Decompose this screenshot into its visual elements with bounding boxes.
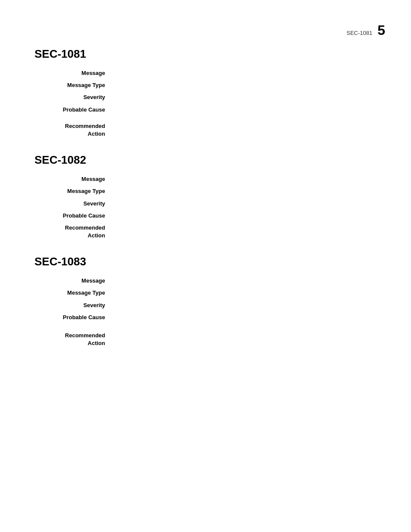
field-row-probablecause-1082: Probable Cause (34, 212, 377, 220)
field-label-message-1083: Message (34, 277, 112, 285)
field-row-severity-1081: Severity (34, 93, 377, 101)
field-label-message-1081: Message (34, 69, 112, 77)
field-row-message-1081: Message (34, 69, 377, 77)
section-title-sec-1081: SEC-1081 (34, 47, 377, 61)
page-header: SEC-1081 5 (346, 22, 385, 38)
field-label-recommendedaction-1081: RecommendedAction (34, 122, 112, 138)
field-row-messagetype-1081: Message Type (34, 81, 377, 89)
field-label-recommendedaction-1083: RecommendedAction (34, 332, 112, 347)
header-code: SEC-1081 (346, 30, 372, 36)
field-label-message-1082: Message (34, 175, 112, 183)
content: SEC-1081 Message Message Type Severity P… (0, 0, 411, 347)
field-row-recommendedaction-1083: RecommendedAction (34, 332, 377, 347)
field-row-messagetype-1083: Message Type (34, 289, 377, 297)
field-label-messagetype-1082: Message Type (34, 187, 112, 195)
field-row-recommendedaction-1081: RecommendedAction (34, 122, 377, 138)
field-label-probablecause-1082: Probable Cause (34, 212, 112, 220)
field-row-probablecause-1081: Probable Cause (34, 106, 377, 114)
field-row-message-1082: Message (34, 175, 377, 183)
field-row-severity-1082: Severity (34, 200, 377, 208)
section-title-sec-1083: SEC-1083 (34, 255, 377, 268)
field-label-probablecause-1081: Probable Cause (34, 106, 112, 114)
field-label-severity-1083: Severity (34, 302, 112, 309)
field-row-messagetype-1082: Message Type (34, 187, 377, 195)
field-label-severity-1082: Severity (34, 200, 112, 208)
field-label-probablecause-1083: Probable Cause (34, 314, 112, 321)
field-row-recommendedaction-1082: RecommendedAction (34, 224, 377, 240)
section-title-sec-1082: SEC-1082 (34, 153, 377, 167)
section-sec-1083: SEC-1083 Message Message Type Severity P… (34, 255, 377, 347)
field-label-messagetype-1081: Message Type (34, 81, 112, 89)
field-label-messagetype-1083: Message Type (34, 289, 112, 297)
field-row-message-1083: Message (34, 277, 377, 285)
section-sec-1082: SEC-1082 Message Message Type Severity P… (34, 153, 377, 240)
field-label-severity-1081: Severity (34, 93, 112, 101)
header-page-number: 5 (377, 22, 385, 38)
field-row-severity-1083: Severity (34, 302, 377, 309)
field-label-recommendedaction-1082: RecommendedAction (34, 224, 112, 240)
section-sec-1081: SEC-1081 Message Message Type Severity P… (34, 47, 377, 138)
field-row-probablecause-1083: Probable Cause (34, 314, 377, 321)
